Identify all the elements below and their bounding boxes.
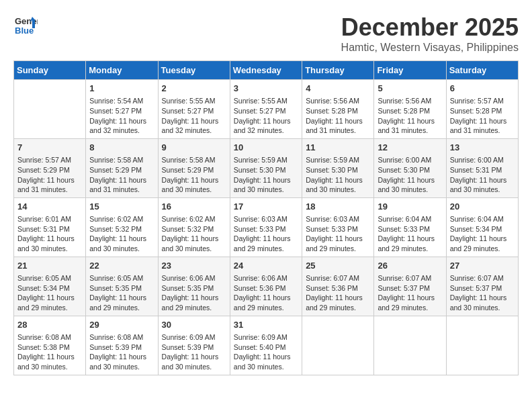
daylight-text: Daylight: 11 hours and 29 minutes.: [234, 293, 298, 312]
sunrise-text: Sunrise: 5:57 AM: [450, 96, 515, 106]
day-number: 7: [17, 142, 82, 154]
sunset-text: Sunset: 5:27 PM: [162, 106, 226, 116]
daylight-text: Daylight: 11 hours and 32 minutes.: [89, 116, 154, 136]
sunrise-text: Sunrise: 6:02 AM: [162, 214, 226, 224]
calendar-cell: 21Sunrise: 6:05 AMSunset: 5:34 PMDayligh…: [14, 257, 86, 316]
daylight-text: Daylight: 11 hours and 29 minutes.: [17, 293, 82, 312]
daylight-text: Daylight: 11 hours and 31 minutes.: [17, 175, 82, 195]
sunset-text: Sunset: 5:28 PM: [378, 106, 442, 116]
day-number: 20: [450, 201, 515, 213]
daylight-text: Daylight: 11 hours and 32 minutes.: [162, 116, 226, 136]
calendar-cell: 28Sunrise: 6:08 AMSunset: 5:38 PMDayligh…: [14, 316, 86, 375]
daylight-text: Daylight: 11 hours and 30 minutes.: [234, 352, 298, 371]
day-number: 28: [17, 319, 82, 331]
sunset-text: Sunset: 5:33 PM: [378, 224, 442, 234]
daylight-text: Daylight: 11 hours and 30 minutes.: [162, 234, 226, 253]
sunset-text: Sunset: 5:32 PM: [89, 224, 154, 234]
daylight-text: Daylight: 11 hours and 32 minutes.: [234, 116, 298, 136]
calendar-cell: 8Sunrise: 5:58 AMSunset: 5:29 PMDaylight…: [86, 138, 158, 197]
sunset-text: Sunset: 5:34 PM: [450, 224, 515, 234]
calendar-cell: 5Sunrise: 5:56 AMSunset: 5:28 PMDaylight…: [374, 80, 446, 139]
day-number: 12: [378, 142, 442, 154]
calendar-cell: 12Sunrise: 6:00 AMSunset: 5:30 PMDayligh…: [374, 138, 446, 197]
daylight-text: Daylight: 11 hours and 31 minutes.: [378, 116, 442, 136]
calendar-cell: 31Sunrise: 6:09 AMSunset: 5:40 PMDayligh…: [230, 316, 302, 375]
weekday-header-row: SundayMondayTuesdayWednesdayThursdayFrid…: [14, 61, 519, 80]
sunrise-text: Sunrise: 6:08 AM: [89, 332, 154, 342]
calendar-cell: 14Sunrise: 6:01 AMSunset: 5:31 PMDayligh…: [14, 197, 86, 257]
calendar-cell: 2Sunrise: 5:55 AMSunset: 5:27 PMDaylight…: [158, 80, 230, 139]
daylight-text: Daylight: 11 hours and 29 minutes.: [306, 234, 370, 253]
day-number: 16: [162, 201, 226, 213]
svg-text:Blue: Blue: [15, 26, 34, 36]
sunset-text: Sunset: 5:28 PM: [450, 106, 515, 116]
sunrise-text: Sunrise: 6:03 AM: [306, 214, 370, 224]
logo-icon: General Blue: [13, 13, 38, 38]
calendar-cell: [446, 316, 518, 375]
sunset-text: Sunset: 5:37 PM: [378, 283, 442, 293]
sunrise-text: Sunrise: 6:09 AM: [234, 332, 298, 342]
daylight-text: Daylight: 11 hours and 31 minutes.: [89, 175, 154, 195]
day-number: 8: [89, 142, 154, 154]
calendar-cell: 22Sunrise: 6:05 AMSunset: 5:35 PMDayligh…: [86, 257, 158, 316]
sunrise-text: Sunrise: 6:00 AM: [450, 155, 515, 165]
sunrise-text: Sunrise: 5:59 AM: [306, 155, 370, 165]
sunset-text: Sunset: 5:35 PM: [162, 283, 226, 293]
sunrise-text: Sunrise: 6:00 AM: [378, 155, 442, 165]
daylight-text: Daylight: 11 hours and 30 minutes.: [234, 175, 298, 195]
sunset-text: Sunset: 5:35 PM: [89, 283, 154, 293]
calendar-cell: 18Sunrise: 6:03 AMSunset: 5:33 PMDayligh…: [302, 197, 374, 257]
calendar-cell: 13Sunrise: 6:00 AMSunset: 5:31 PMDayligh…: [446, 138, 518, 197]
daylight-text: Daylight: 11 hours and 29 minutes.: [378, 234, 442, 253]
title-section: December 2025 Hamtic, Western Visayas, P…: [341, 13, 519, 54]
sunrise-text: Sunrise: 6:06 AM: [234, 273, 298, 283]
sunrise-text: Sunrise: 5:56 AM: [306, 96, 370, 106]
sunrise-text: Sunrise: 6:09 AM: [162, 332, 226, 342]
sunrise-text: Sunrise: 5:57 AM: [17, 155, 82, 165]
weekday-header-sunday: Sunday: [14, 61, 86, 80]
sunset-text: Sunset: 5:33 PM: [306, 224, 370, 234]
daylight-text: Daylight: 11 hours and 30 minutes.: [162, 175, 226, 195]
calendar-table: SundayMondayTuesdayWednesdayThursdayFrid…: [13, 60, 519, 375]
day-number: 15: [89, 201, 154, 213]
daylight-text: Daylight: 11 hours and 31 minutes.: [450, 116, 515, 136]
sunset-text: Sunset: 5:39 PM: [89, 342, 154, 353]
calendar-week-row: 7Sunrise: 5:57 AMSunset: 5:29 PMDaylight…: [14, 138, 519, 197]
daylight-text: Daylight: 11 hours and 29 minutes.: [450, 234, 515, 253]
calendar-week-row: 14Sunrise: 6:01 AMSunset: 5:31 PMDayligh…: [14, 197, 519, 257]
sunrise-text: Sunrise: 5:55 AM: [234, 96, 298, 106]
calendar-cell: 3Sunrise: 5:55 AMSunset: 5:27 PMDaylight…: [230, 80, 302, 139]
sunset-text: Sunset: 5:33 PM: [234, 224, 298, 234]
sunrise-text: Sunrise: 6:08 AM: [17, 332, 82, 342]
calendar-cell: 1Sunrise: 5:54 AMSunset: 5:27 PMDaylight…: [86, 80, 158, 139]
day-number: 31: [234, 319, 298, 331]
day-number: 4: [306, 83, 370, 95]
weekday-header-friday: Friday: [374, 61, 446, 80]
sunset-text: Sunset: 5:29 PM: [89, 165, 154, 175]
weekday-header-wednesday: Wednesday: [230, 61, 302, 80]
daylight-text: Daylight: 11 hours and 29 minutes.: [378, 293, 442, 312]
daylight-text: Daylight: 11 hours and 30 minutes.: [89, 352, 154, 371]
sunrise-text: Sunrise: 6:07 AM: [378, 273, 442, 283]
sunrise-text: Sunrise: 6:04 AM: [450, 214, 515, 224]
sunrise-text: Sunrise: 5:55 AM: [162, 96, 226, 106]
day-number: 30: [162, 319, 226, 331]
calendar-cell: [374, 316, 446, 375]
daylight-text: Daylight: 11 hours and 29 minutes.: [162, 293, 226, 312]
sunset-text: Sunset: 5:38 PM: [17, 342, 82, 353]
sunrise-text: Sunrise: 6:01 AM: [17, 214, 82, 224]
weekday-header-saturday: Saturday: [446, 61, 518, 80]
calendar-cell: 20Sunrise: 6:04 AMSunset: 5:34 PMDayligh…: [446, 197, 518, 257]
day-number: 25: [306, 260, 370, 272]
day-number: 29: [89, 319, 154, 331]
sunset-text: Sunset: 5:27 PM: [89, 106, 154, 116]
sunrise-text: Sunrise: 5:58 AM: [89, 155, 154, 165]
calendar-cell: 16Sunrise: 6:02 AMSunset: 5:32 PMDayligh…: [158, 197, 230, 257]
sunrise-text: Sunrise: 6:07 AM: [306, 273, 370, 283]
day-number: 21: [17, 260, 82, 272]
daylight-text: Daylight: 11 hours and 30 minutes.: [17, 352, 82, 371]
calendar-cell: [302, 316, 374, 375]
sunset-text: Sunset: 5:29 PM: [17, 165, 82, 175]
sunrise-text: Sunrise: 6:05 AM: [89, 273, 154, 283]
daylight-text: Daylight: 11 hours and 30 minutes.: [306, 175, 370, 195]
